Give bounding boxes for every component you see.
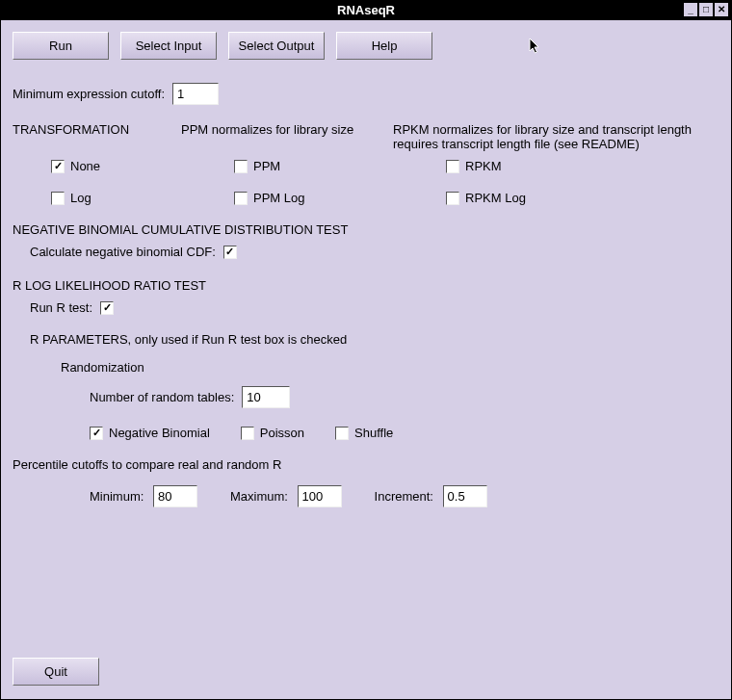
randomization-heading: Randomization xyxy=(61,360,719,375)
transform-rpkm[interactable]: RPKM xyxy=(446,159,716,173)
rpkm-description: RPKM normalizes for library size and tra… xyxy=(393,122,720,151)
run-button[interactable]: Run xyxy=(13,32,109,60)
transform-rpkm-log[interactable]: RPKM Log xyxy=(446,191,716,205)
maximize-icon[interactable]: □ xyxy=(698,2,714,17)
nbcdf-row: Calculate negative binomial CDF: xyxy=(30,245,719,259)
rtest-heading: R LOG LIKELIHOOD RATIO TEST xyxy=(13,278,719,293)
close-icon[interactable]: ✕ xyxy=(714,2,729,17)
dist-poisson[interactable]: Poisson xyxy=(241,426,304,440)
quit-button[interactable]: Quit xyxy=(13,658,99,686)
inc-input[interactable] xyxy=(443,485,487,507)
run-r-row: Run R test: xyxy=(30,300,719,315)
dist-negbinom[interactable]: Negative Binomial xyxy=(90,426,210,440)
nbcdf-label: Calculate negative binomial CDF: xyxy=(30,245,216,259)
transform-ppm-log[interactable]: PPM Log xyxy=(234,191,446,205)
transformation-header: TRANSFORMATION PPM normalizes for librar… xyxy=(13,122,719,151)
minimize-icon[interactable]: _ xyxy=(683,2,698,17)
run-r-checkbox[interactable] xyxy=(100,301,114,315)
r-params-heading: R PARAMETERS, only used if Run R test bo… xyxy=(30,332,719,347)
nbcdf-checkbox[interactable] xyxy=(223,246,237,259)
nbcdf-heading: NEGATIVE BINOMIAL CUMULATIVE DISTRIBUTIO… xyxy=(13,222,719,237)
run-r-label: Run R test: xyxy=(30,300,92,315)
select-input-button[interactable]: Select Input xyxy=(120,32,217,60)
transform-log[interactable]: Log xyxy=(51,191,234,205)
min-expr-label: Minimum expression cutoff: xyxy=(13,87,165,101)
title-bar: RNAseqR _ □ ✕ xyxy=(1,1,731,20)
min-expr-row: Minimum expression cutoff: xyxy=(13,83,719,105)
min-expr-input[interactable] xyxy=(172,83,219,105)
window-title: RNAseqR xyxy=(337,3,395,17)
client-area: Run Select Input Select Output Help Mini… xyxy=(1,20,731,699)
percentile-max: Maximum: xyxy=(230,485,342,507)
transformation-heading: TRANSFORMATION xyxy=(13,122,181,151)
min-input[interactable] xyxy=(153,485,197,507)
percentile-min: Minimum: xyxy=(90,485,197,507)
toolbar: Run Select Input Select Output Help xyxy=(13,32,719,60)
percentile-row: Minimum: Maximum: Increment: xyxy=(90,485,719,507)
select-output-button[interactable]: Select Output xyxy=(228,32,325,60)
dist-shuffle[interactable]: Shuffle xyxy=(335,426,393,440)
dist-row: Negative Binomial Poisson Shuffle xyxy=(90,426,719,440)
window-controls: _ □ ✕ xyxy=(683,2,729,17)
percentile-heading: Percentile cutoffs to compare real and r… xyxy=(13,457,719,472)
percentile-inc: Increment: xyxy=(375,485,487,507)
num-tables-input[interactable] xyxy=(242,386,290,408)
max-input[interactable] xyxy=(298,485,342,507)
num-tables-row: Number of random tables: xyxy=(90,386,719,408)
num-tables-label: Number of random tables: xyxy=(90,390,234,404)
transform-none[interactable]: None xyxy=(51,159,234,173)
ppm-description: PPM normalizes for library size xyxy=(181,122,393,151)
transformation-grid: None PPM RPKM Log PPM Log RPKM Log xyxy=(51,159,719,205)
transform-ppm[interactable]: PPM xyxy=(234,159,446,173)
help-button[interactable]: Help xyxy=(336,32,432,60)
